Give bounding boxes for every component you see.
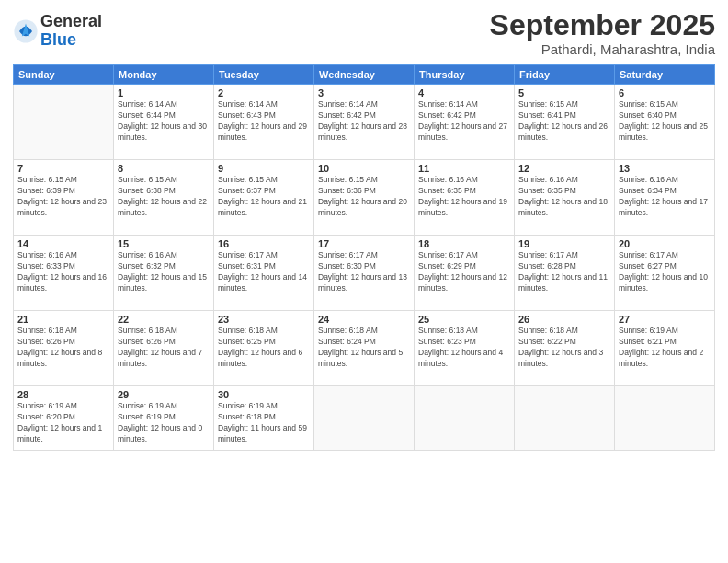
calendar-cell: 13Sunrise: 6:16 AMSunset: 6:34 PMDayligh…: [615, 160, 715, 236]
weekday-header-row: SundayMondayTuesdayWednesdayThursdayFrid…: [14, 65, 715, 85]
day-info: Sunrise: 6:15 AMSunset: 6:36 PMDaylight:…: [318, 175, 410, 219]
title-block: September 2025 Pathardi, Maharashtra, In…: [490, 9, 715, 57]
calendar-cell: 8Sunrise: 6:15 AMSunset: 6:38 PMDaylight…: [114, 160, 214, 236]
weekday-header-thursday: Thursday: [415, 65, 515, 85]
calendar-cell: 5Sunrise: 6:15 AMSunset: 6:41 PMDaylight…: [515, 85, 615, 160]
day-info: Sunrise: 6:19 AMSunset: 6:20 PMDaylight:…: [17, 401, 109, 445]
calendar-cell: 23Sunrise: 6:18 AMSunset: 6:25 PMDayligh…: [214, 311, 314, 386]
day-number: 12: [518, 163, 610, 174]
day-number: 22: [118, 314, 210, 325]
page: General Blue September 2025 Pathardi, Ma…: [0, 0, 728, 563]
day-info: Sunrise: 6:15 AMSunset: 6:37 PMDaylight:…: [218, 175, 310, 219]
day-number: 18: [418, 238, 510, 249]
day-info: Sunrise: 6:15 AMSunset: 6:40 PMDaylight:…: [619, 99, 711, 144]
day-info: Sunrise: 6:17 AMSunset: 6:29 PMDaylight:…: [418, 250, 510, 294]
calendar-cell: 1Sunrise: 6:14 AMSunset: 6:44 PMDaylight…: [114, 85, 214, 160]
day-info: Sunrise: 6:15 AMSunset: 6:39 PMDaylight:…: [17, 175, 109, 219]
week-row-5: 28Sunrise: 6:19 AMSunset: 6:20 PMDayligh…: [14, 386, 715, 451]
day-info: Sunrise: 6:15 AMSunset: 6:38 PMDaylight:…: [118, 175, 210, 219]
week-row-1: 1Sunrise: 6:14 AMSunset: 6:44 PMDaylight…: [14, 85, 715, 160]
day-number: 9: [218, 163, 310, 174]
day-info: Sunrise: 6:18 AMSunset: 6:26 PMDaylight:…: [118, 326, 210, 370]
day-info: Sunrise: 6:17 AMSunset: 6:30 PMDaylight:…: [318, 250, 410, 294]
day-info: Sunrise: 6:17 AMSunset: 6:31 PMDaylight:…: [218, 250, 310, 294]
day-info: Sunrise: 6:16 AMSunset: 6:34 PMDaylight:…: [619, 175, 711, 219]
calendar-cell: 3Sunrise: 6:14 AMSunset: 6:42 PMDaylight…: [314, 85, 415, 160]
location: Pathardi, Maharashtra, India: [490, 41, 715, 57]
calendar-cell: 21Sunrise: 6:18 AMSunset: 6:26 PMDayligh…: [14, 311, 114, 386]
day-info: Sunrise: 6:14 AMSunset: 6:42 PMDaylight:…: [418, 99, 510, 144]
calendar-cell: [314, 386, 415, 451]
day-number: 29: [118, 389, 210, 400]
day-number: 4: [418, 87, 510, 98]
calendar-cell: 26Sunrise: 6:18 AMSunset: 6:22 PMDayligh…: [515, 311, 615, 386]
calendar-cell: 15Sunrise: 6:16 AMSunset: 6:32 PMDayligh…: [114, 236, 214, 311]
logo: General Blue: [13, 13, 102, 50]
calendar-cell: 2Sunrise: 6:14 AMSunset: 6:43 PMDaylight…: [214, 85, 314, 160]
day-number: 26: [518, 314, 610, 325]
day-info: Sunrise: 6:16 AMSunset: 6:35 PMDaylight:…: [418, 175, 510, 219]
calendar-cell: 16Sunrise: 6:17 AMSunset: 6:31 PMDayligh…: [214, 236, 314, 311]
calendar-cell: 14Sunrise: 6:16 AMSunset: 6:33 PMDayligh…: [14, 236, 114, 311]
weekday-header-monday: Monday: [114, 65, 214, 85]
calendar-cell: 19Sunrise: 6:17 AMSunset: 6:28 PMDayligh…: [515, 236, 615, 311]
logo-general: General: [40, 13, 102, 31]
day-info: Sunrise: 6:14 AMSunset: 6:43 PMDaylight:…: [218, 99, 310, 144]
day-info: Sunrise: 6:18 AMSunset: 6:24 PMDaylight:…: [318, 326, 410, 370]
calendar-cell: 17Sunrise: 6:17 AMSunset: 6:30 PMDayligh…: [314, 236, 415, 311]
day-info: Sunrise: 6:19 AMSunset: 6:21 PMDaylight:…: [619, 326, 711, 370]
week-row-2: 7Sunrise: 6:15 AMSunset: 6:39 PMDaylight…: [14, 160, 715, 236]
day-number: 2: [218, 87, 310, 98]
day-info: Sunrise: 6:14 AMSunset: 6:44 PMDaylight:…: [118, 99, 210, 144]
calendar: SundayMondayTuesdayWednesdayThursdayFrid…: [13, 64, 715, 451]
calendar-cell: 6Sunrise: 6:15 AMSunset: 6:40 PMDaylight…: [615, 85, 715, 160]
day-number: 19: [518, 238, 610, 249]
week-row-4: 21Sunrise: 6:18 AMSunset: 6:26 PMDayligh…: [14, 311, 715, 386]
calendar-cell: 30Sunrise: 6:19 AMSunset: 6:18 PMDayligh…: [214, 386, 314, 451]
day-number: 30: [218, 389, 310, 400]
calendar-cell: 9Sunrise: 6:15 AMSunset: 6:37 PMDaylight…: [214, 160, 314, 236]
day-info: Sunrise: 6:14 AMSunset: 6:42 PMDaylight:…: [318, 99, 410, 144]
day-number: 10: [318, 163, 410, 174]
day-number: 14: [17, 238, 109, 249]
day-info: Sunrise: 6:16 AMSunset: 6:35 PMDaylight:…: [518, 175, 610, 219]
calendar-cell: 20Sunrise: 6:17 AMSunset: 6:27 PMDayligh…: [615, 236, 715, 311]
day-number: 25: [418, 314, 510, 325]
calendar-cell: [415, 386, 515, 451]
weekday-header-tuesday: Tuesday: [214, 65, 314, 85]
day-number: 7: [17, 163, 109, 174]
day-info: Sunrise: 6:18 AMSunset: 6:25 PMDaylight:…: [218, 326, 310, 370]
day-number: 5: [518, 87, 610, 98]
calendar-cell: 11Sunrise: 6:16 AMSunset: 6:35 PMDayligh…: [415, 160, 515, 236]
day-number: 21: [17, 314, 109, 325]
calendar-cell: [14, 85, 114, 160]
day-info: Sunrise: 6:15 AMSunset: 6:41 PMDaylight:…: [518, 99, 610, 144]
day-info: Sunrise: 6:18 AMSunset: 6:26 PMDaylight:…: [17, 326, 109, 370]
calendar-cell: [515, 386, 615, 451]
day-number: 6: [619, 87, 711, 98]
day-info: Sunrise: 6:19 AMSunset: 6:19 PMDaylight:…: [118, 401, 210, 445]
day-number: 28: [17, 389, 109, 400]
calendar-cell: 25Sunrise: 6:18 AMSunset: 6:23 PMDayligh…: [415, 311, 515, 386]
weekday-header-saturday: Saturday: [615, 65, 715, 85]
calendar-cell: 4Sunrise: 6:14 AMSunset: 6:42 PMDaylight…: [415, 85, 515, 160]
day-number: 23: [218, 314, 310, 325]
day-info: Sunrise: 6:16 AMSunset: 6:32 PMDaylight:…: [118, 250, 210, 294]
day-number: 20: [619, 238, 711, 249]
logo-icon: [13, 18, 39, 44]
day-number: 13: [619, 163, 711, 174]
day-number: 16: [218, 238, 310, 249]
day-number: 3: [318, 87, 410, 98]
calendar-cell: 10Sunrise: 6:15 AMSunset: 6:36 PMDayligh…: [314, 160, 415, 236]
calendar-cell: 27Sunrise: 6:19 AMSunset: 6:21 PMDayligh…: [615, 311, 715, 386]
day-number: 24: [318, 314, 410, 325]
day-number: 15: [118, 238, 210, 249]
header: General Blue September 2025 Pathardi, Ma…: [13, 9, 715, 57]
calendar-cell: 12Sunrise: 6:16 AMSunset: 6:35 PMDayligh…: [515, 160, 615, 236]
day-info: Sunrise: 6:17 AMSunset: 6:27 PMDaylight:…: [619, 250, 711, 294]
calendar-cell: 22Sunrise: 6:18 AMSunset: 6:26 PMDayligh…: [114, 311, 214, 386]
day-info: Sunrise: 6:19 AMSunset: 6:18 PMDaylight:…: [218, 401, 310, 445]
calendar-cell: 28Sunrise: 6:19 AMSunset: 6:20 PMDayligh…: [14, 386, 114, 451]
day-number: 1: [118, 87, 210, 98]
weekday-header-wednesday: Wednesday: [314, 65, 415, 85]
